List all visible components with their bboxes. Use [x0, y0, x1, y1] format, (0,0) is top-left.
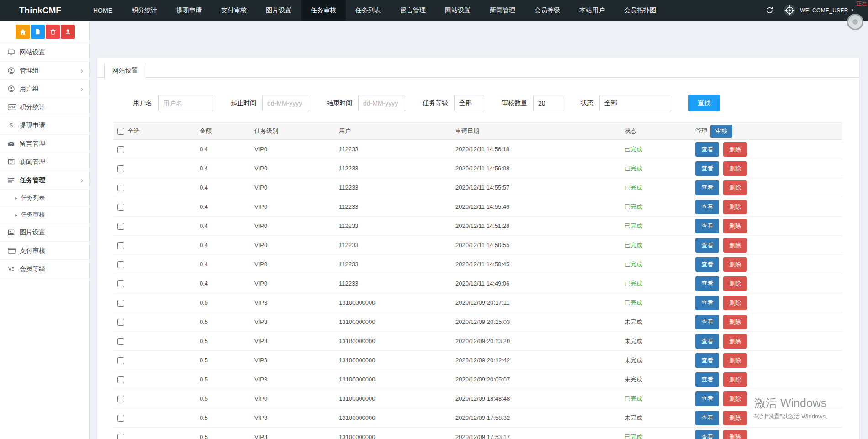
nav-item-0[interactable]: HOME	[84, 0, 122, 21]
row-checkbox[interactable]	[117, 396, 124, 402]
audit-button[interactable]: 审核	[710, 125, 732, 138]
delete-button[interactable]: 删除	[723, 238, 747, 253]
delete-button[interactable]: 删除	[723, 430, 747, 439]
view-button[interactable]: 查看	[695, 200, 719, 214]
nav-item-10[interactable]: 会员等级	[525, 0, 570, 21]
view-button[interactable]: 查看	[695, 353, 719, 368]
sidebar-item-credit-card[interactable]: 支付审核	[0, 242, 89, 260]
row-checkbox[interactable]	[117, 204, 124, 211]
row-checkbox[interactable]	[117, 242, 124, 249]
quick-upload-button[interactable]	[61, 25, 75, 39]
nav-item-8[interactable]: 网站设置	[435, 0, 480, 21]
nav-item-5[interactable]: 任务审核	[301, 0, 346, 21]
row-checkbox[interactable]	[117, 338, 124, 345]
cell-level: VIP0	[251, 274, 335, 293]
row-checkbox[interactable]	[117, 165, 124, 172]
row-checkbox[interactable]	[117, 357, 124, 364]
view-button[interactable]: 查看	[695, 391, 719, 406]
table-row: 0.4VIP01122332020/12/11 14:49:06已完成查看删除	[114, 274, 842, 293]
nav-item-6[interactable]: 任务列表	[346, 0, 391, 21]
sidebar-item-envelope[interactable]: 留言管理	[0, 135, 89, 153]
sidebar-item-tasks[interactable]: 任务管理›	[0, 171, 89, 190]
view-button[interactable]: 查看	[695, 430, 719, 439]
row-checkbox[interactable]	[117, 146, 124, 153]
row-checkbox[interactable]	[117, 300, 124, 307]
nav-item-3[interactable]: 支付审核	[212, 0, 256, 21]
select-all-checkbox[interactable]	[117, 128, 124, 135]
table-row: 0.4VIP01122332020/12/11 14:56:18已完成查看删除	[114, 140, 842, 159]
status-select[interactable]: 全部	[599, 95, 671, 111]
nav-item-2[interactable]: 提现申请	[167, 0, 212, 21]
delete-button[interactable]: 删除	[723, 411, 747, 425]
quick-trash-button[interactable]	[46, 25, 60, 39]
delete-button[interactable]: 删除	[723, 391, 747, 406]
chevron-right-icon: ›	[80, 176, 83, 184]
username-input[interactable]	[158, 95, 213, 111]
sidebar-item-visa[interactable]: VISA积分统计	[0, 98, 89, 116]
view-button[interactable]: 查看	[695, 219, 719, 233]
row-checkbox[interactable]	[117, 280, 124, 287]
user-avatar-icon[interactable]	[783, 4, 796, 16]
end-date-input[interactable]	[358, 95, 405, 111]
select-all-label: 全选	[127, 127, 139, 135]
delete-button[interactable]: 删除	[723, 180, 747, 195]
sidebar-item-users[interactable]: 管理组›	[0, 62, 89, 80]
refresh-icon[interactable]	[766, 6, 773, 14]
sidebar-item-newspaper[interactable]: 新闻管理	[0, 153, 89, 171]
row-checkbox[interactable]	[117, 223, 124, 230]
sidebar-item-dollar[interactable]: $提现申请	[0, 116, 89, 135]
row-checkbox[interactable]	[117, 415, 124, 422]
nav-item-12[interactable]: 会员拓扑图	[614, 0, 666, 21]
view-button[interactable]: 查看	[695, 372, 719, 387]
nav-item-11[interactable]: 本站用户	[570, 0, 614, 21]
sidebar-item-level[interactable]: 会员等级	[0, 260, 89, 278]
row-checkbox[interactable]	[117, 434, 124, 439]
sidebar-subitem-1[interactable]: ▸任务审核	[0, 206, 89, 223]
delete-button[interactable]: 删除	[723, 257, 747, 272]
row-checkbox[interactable]	[117, 261, 124, 268]
view-button[interactable]: 查看	[695, 296, 719, 310]
start-date-input[interactable]	[262, 95, 309, 111]
brand-logo[interactable]: ThinkCMF	[0, 0, 84, 21]
row-checkbox[interactable]	[117, 376, 124, 383]
sidebar-item-user[interactable]: 用户组›	[0, 80, 89, 98]
delete-button[interactable]: 删除	[723, 276, 747, 291]
delete-button[interactable]: 删除	[723, 315, 747, 329]
view-button[interactable]: 查看	[695, 315, 719, 329]
view-button[interactable]: 查看	[695, 411, 719, 425]
delete-button[interactable]: 删除	[723, 200, 747, 214]
delete-button[interactable]: 删除	[723, 334, 747, 349]
nav-item-9[interactable]: 新闻管理	[480, 0, 525, 21]
user-menu[interactable]: WELCOME_USER ▼	[800, 7, 854, 14]
view-button[interactable]: 查看	[695, 180, 719, 195]
nav-item-4[interactable]: 图片设置	[256, 0, 301, 21]
view-button[interactable]: 查看	[695, 238, 719, 253]
search-button[interactable]: 查找	[688, 95, 720, 111]
sidebar-item-monitor[interactable]: 网站设置	[0, 43, 89, 62]
delete-button[interactable]: 删除	[723, 219, 747, 233]
view-button[interactable]: 查看	[695, 142, 719, 157]
audit-count-input[interactable]	[533, 95, 563, 111]
tab-site-settings[interactable]: 网站设置	[104, 63, 146, 79]
delete-button[interactable]: 删除	[723, 161, 747, 176]
nav-item-1[interactable]: 积分统计	[122, 0, 167, 21]
quick-home-button[interactable]	[16, 25, 30, 39]
delete-button[interactable]: 删除	[723, 353, 747, 368]
view-button[interactable]: 查看	[695, 161, 719, 176]
delete-button[interactable]: 删除	[723, 372, 747, 387]
row-checkbox[interactable]	[117, 185, 124, 191]
task-level-select[interactable]: 全部	[454, 95, 484, 111]
quick-file-button[interactable]	[31, 25, 45, 39]
audit-count-label: 审核数量	[502, 99, 527, 107]
view-button[interactable]: 查看	[695, 276, 719, 291]
sidebar-item-image[interactable]: 图片设置	[0, 223, 89, 242]
sidebar-subitem-0[interactable]: ▸任务列表	[0, 190, 89, 206]
nav-item-7[interactable]: 留言管理	[391, 0, 435, 21]
filter-bar: 用户名 起止时间 结束时间 任务等级 全部 审核数量 状态 全部 查找	[97, 78, 859, 111]
delete-button[interactable]: 删除	[723, 296, 747, 310]
row-checkbox[interactable]	[117, 319, 124, 326]
view-button[interactable]: 查看	[695, 257, 719, 272]
view-button[interactable]: 查看	[695, 334, 719, 349]
cell-date: 2020/12/11 14:55:57	[452, 178, 621, 197]
delete-button[interactable]: 删除	[723, 142, 747, 157]
